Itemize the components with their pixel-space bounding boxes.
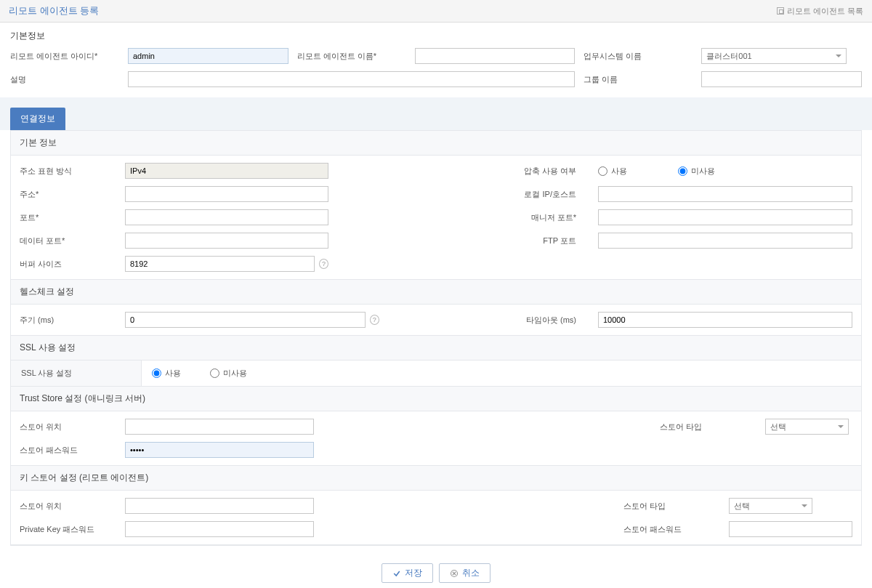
ts-password-input[interactable] (125, 442, 314, 458)
timeout-label: 타임아웃 (ms) (526, 315, 591, 326)
chevron-down-icon (838, 425, 844, 428)
address-label: 주소* (20, 189, 118, 200)
manager-port-input[interactable] (598, 209, 852, 225)
ks-store-password-input[interactable] (729, 521, 852, 537)
page-title: 리모트 에이전트 등록 (9, 4, 99, 17)
list-link-label: 리모트 에이전트 목록 (787, 6, 863, 17)
cancel-button[interactable]: 취소 (439, 563, 490, 583)
addr-expr-input (125, 163, 328, 179)
ts-type-label: 스토어 타입 (660, 422, 758, 432)
period-input[interactable] (125, 312, 366, 328)
biz-system-select[interactable]: 클러스터001 (701, 48, 847, 64)
ts-password-label: 스토어 패스워드 (20, 445, 118, 456)
agent-name-input[interactable] (415, 48, 576, 64)
ssl-nouse-radio[interactable]: 미사용 (210, 368, 247, 379)
help-icon[interactable]: ? (370, 315, 379, 325)
ks-type-value: 선택 (734, 501, 750, 512)
period-label: 주기 (ms) (20, 315, 118, 326)
healthcheck-title: 헬스체크 설정 (11, 280, 861, 304)
list-link[interactable]: 리모트 에이전트 목록 (777, 6, 863, 17)
healthcheck-body: 주기 (ms) ? 타임아웃 (ms) (11, 304, 861, 336)
ks-type-label: 스토어 타입 (623, 501, 722, 512)
ftp-port-input[interactable] (598, 233, 852, 249)
ks-type-select[interactable]: 선택 (729, 498, 812, 514)
biz-system-label: 업무시스템 이름 (584, 51, 693, 62)
biz-system-value: 클러스터001 (706, 51, 751, 62)
port-input[interactable] (125, 209, 328, 225)
ssl-radio-group: 사용 미사용 (152, 368, 851, 379)
check-icon (392, 569, 401, 578)
buffer-size-label: 버퍼 사이즈 (20, 259, 118, 270)
ts-type-select[interactable]: 선택 (765, 419, 849, 435)
compress-use-radio[interactable]: 사용 (598, 166, 627, 177)
ts-location-label: 스토어 위치 (20, 422, 118, 432)
truststore-title: Trust Store 설정 (애니링크 서버) (11, 387, 861, 411)
chevron-down-icon (836, 55, 841, 57)
compress-label: 압축 사용 여부 (524, 166, 591, 177)
chevron-down-icon (802, 504, 807, 507)
ts-type-value: 선택 (770, 422, 786, 432)
cancel-label: 취소 (462, 567, 480, 579)
ssl-use-radio[interactable]: 사용 (152, 368, 181, 379)
ssl-title: SSL 사용 설정 (11, 336, 861, 360)
description-input[interactable] (128, 71, 575, 87)
address-input[interactable] (125, 186, 328, 202)
tab-row: 연결정보 (0, 97, 872, 130)
conn-basic-title: 기본 정보 (11, 131, 861, 155)
agent-id-label: 리모트 에이전트 아이디* (10, 51, 119, 62)
truststore-body: 스토어 위치 스토어 타입 선택 스토어 패스워드 (11, 411, 861, 466)
basic-info-title: 기본정보 (0, 23, 872, 48)
data-port-label: 데이터 포트* (20, 235, 118, 246)
save-button[interactable]: 저장 (382, 563, 433, 583)
connection-panel: 기본 정보 주소 표현 방식 압축 사용 여부 사용 미사용 주소* 로컬 IP… (10, 130, 862, 546)
group-name-label: 그룹 이름 (584, 74, 693, 85)
conn-basic-body: 주소 표현 방식 압축 사용 여부 사용 미사용 주소* 로컬 IP/호스트 포… (11, 155, 861, 280)
list-icon (777, 7, 784, 15)
description-label: 설명 (10, 74, 119, 85)
ftp-port-label: FTP 포트 (543, 235, 591, 246)
ks-pk-password-input[interactable] (125, 521, 314, 537)
buffer-size-input[interactable] (125, 256, 315, 272)
ks-location-input[interactable] (125, 498, 314, 514)
header-bar: 리모트 에이전트 등록 리모트 에이전트 목록 (0, 0, 872, 23)
save-label: 저장 (405, 567, 422, 579)
keystore-title: 키 스토어 설정 (리모트 에이전트) (11, 466, 861, 490)
local-ip-input[interactable] (598, 186, 852, 202)
ks-store-password-label: 스토어 패스워드 (623, 524, 722, 535)
addr-expr-label: 주소 표현 방식 (20, 166, 118, 177)
timeout-input[interactable] (598, 312, 852, 328)
agent-name-label: 리모트 에이전트 이름* (297, 51, 406, 62)
ks-pk-password-label: Private Key 패스워드 (20, 524, 118, 535)
ts-location-input[interactable] (125, 419, 314, 435)
port-label: 포트* (20, 212, 118, 223)
keystore-body: 스토어 위치 스토어 타입 선택 Private Key 패스워드 스토어 패스… (11, 490, 861, 545)
ks-location-label: 스토어 위치 (20, 501, 118, 512)
manager-port-label: 매니저 포트* (531, 212, 591, 223)
button-bar: 저장 취소 (0, 556, 872, 588)
compress-radio-group: 사용 미사용 (598, 166, 852, 177)
tab-connection-info[interactable]: 연결정보 (10, 108, 65, 130)
cancel-icon (450, 569, 459, 578)
ssl-body: SSL 사용 설정 사용 미사용 (11, 360, 861, 387)
group-name-input[interactable] (701, 71, 862, 87)
local-ip-label: 로컬 IP/호스트 (524, 189, 591, 200)
help-icon[interactable]: ? (319, 259, 328, 269)
data-port-input[interactable] (125, 233, 328, 249)
compress-nouse-radio[interactable]: 미사용 (678, 166, 715, 177)
basic-info-form: 리모트 에이전트 아이디* 리모트 에이전트 이름* 업무시스템 이름 클러스터… (0, 48, 872, 97)
ssl-row-label: SSL 사용 설정 (11, 361, 142, 386)
agent-id-input[interactable] (128, 48, 288, 64)
